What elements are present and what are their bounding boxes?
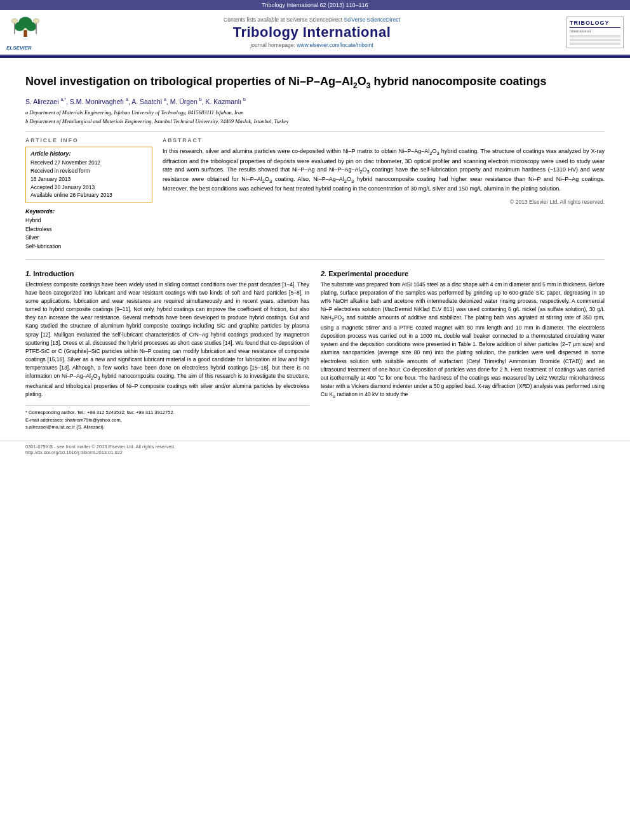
keyword-hybrid: Hybrid <box>25 217 152 225</box>
intro-section-num: 1. <box>25 270 31 277</box>
svg-point-7 <box>34 18 39 23</box>
keywords-title: Keywords: <box>25 208 152 215</box>
tribology-logo-box: TRIBOLOGY International <box>566 17 624 48</box>
abstract-col: ABSTRACT In this research, silver and al… <box>163 137 605 251</box>
affiliation-a: a Department of Materials Engineering, I… <box>25 109 605 117</box>
affiliation-b: b Department of Metallurgical and Materi… <box>25 118 605 126</box>
body-two-col: 1. Introduction Electroless composite co… <box>25 269 605 431</box>
elsevier-tree-icon <box>6 14 44 43</box>
issn-line: 0301-679X/$ - see front matter © 2013 El… <box>25 444 605 450</box>
divider-hr-2 <box>25 259 605 260</box>
abstract-label: ABSTRACT <box>163 137 605 143</box>
svg-point-5 <box>11 18 17 23</box>
accepted-date: Accepted 20 January 2013 <box>30 183 147 192</box>
divider-hr <box>25 131 605 132</box>
available-online: Available online 26 February 2013 <box>30 191 147 199</box>
journal-reference-text: Tribology International 62 (2013) 110–11… <box>262 2 368 8</box>
trib-logo-sub: International <box>570 29 620 33</box>
experimental-text: The substrate was prepared from AISI 104… <box>321 281 605 401</box>
journal-header: ELSEVIER Contents lists available at Sci… <box>0 10 630 56</box>
experimental-heading: 2. Experimental procedure <box>321 270 605 277</box>
abstract-text: In this research, silver and alumina par… <box>163 147 605 193</box>
email-label: E-mail addresses: <box>25 417 64 423</box>
article-title: Novel investigation on tribological prop… <box>25 74 605 91</box>
svg-rect-3 <box>23 30 27 37</box>
svg-point-1 <box>15 22 25 31</box>
affiliations: a Department of Materials Engineering, I… <box>25 109 605 126</box>
sciverse-link[interactable]: SciVerse ScienceDirect <box>344 17 400 23</box>
article-info-label: ARTICLE INFO <box>25 137 152 143</box>
journal-title: Tribology International <box>57 24 566 41</box>
homepage-link[interactable]: www.elsevier.com/locate/triboint <box>297 42 373 48</box>
measured-word: measured <box>502 375 526 381</box>
journal-reference-bar: Tribology International 62 (2013) 110–11… <box>0 0 630 10</box>
svg-rect-4 <box>14 23 15 34</box>
received-date: Received 27 November 2012 <box>30 159 147 167</box>
authors-line: S. Alirezaei a,*, S.M. Monirvaghefı a, A… <box>25 97 605 105</box>
elsevier-wordmark: ELSEVIER <box>6 45 32 51</box>
article-info-col: ARTICLE INFO Article history: Received 2… <box>25 137 152 251</box>
introduction-col: 1. Introduction Electroless composite co… <box>25 269 309 431</box>
keywords-section: Keywords: Hybrid Electroless Silver Self… <box>25 208 152 251</box>
article-history-box: Article history: Received 27 November 20… <box>25 147 152 203</box>
introduction-heading: 1. Introduction <box>25 270 309 277</box>
exp-section-title: Experimental procedure <box>328 270 408 277</box>
footer-bottom: 0301-679X/$ - see front matter © 2013 El… <box>0 441 630 458</box>
svg-rect-6 <box>36 23 37 34</box>
journal-homepage: journal homepage: www.elsevier.com/locat… <box>57 42 566 48</box>
email-2: s.alirezaei@ma.iut.ac.ir (S. Alirezaei). <box>25 423 309 430</box>
history-title: Article history: <box>30 150 147 157</box>
email-line: E-mail addresses: shahram79in@yahoo.com, <box>25 417 309 423</box>
corresponding-note: * Corresponding author. Tel.: +98 312 52… <box>25 409 309 416</box>
exp-section-num: 2. <box>321 270 326 277</box>
experimental-col: 2. Experimental procedure The substrate … <box>321 269 605 431</box>
email-1: shahram79in@yahoo.com, <box>65 417 122 423</box>
doi-line: http://dx.doi.org/10.1016/j.triboint.201… <box>25 450 605 455</box>
elsevier-logo: ELSEVIER <box>6 14 57 51</box>
keyword-silver: Silver <box>25 234 152 243</box>
svg-point-2 <box>26 22 36 31</box>
keyword-self-lubrication: Self-lubrication <box>25 243 152 251</box>
sciverse-note: Contents lists available at SciVerse Sci… <box>57 17 566 23</box>
revised-date: 18 January 2013 <box>30 175 147 183</box>
intro-section-title: Introduction <box>33 270 74 277</box>
footer-notes: * Corresponding author. Tel.: +98 312 52… <box>25 405 309 430</box>
received-revised-label: Received in revised form <box>30 167 147 175</box>
introduction-text: Electroless composite coatings have been… <box>25 281 309 399</box>
keyword-electroless: Electroless <box>25 225 152 234</box>
trib-logo-detail <box>570 35 620 45</box>
copyright-line: © 2013 Elsevier Ltd. All rights reserved… <box>163 199 605 205</box>
trib-logo-title: TRIBOLOGY <box>570 20 620 26</box>
journal-header-center: Contents lists available at SciVerse Sci… <box>57 17 566 48</box>
article-info-abstract-section: ARTICLE INFO Article history: Received 2… <box>25 137 605 251</box>
main-content: Novel investigation on tribological prop… <box>0 58 630 438</box>
